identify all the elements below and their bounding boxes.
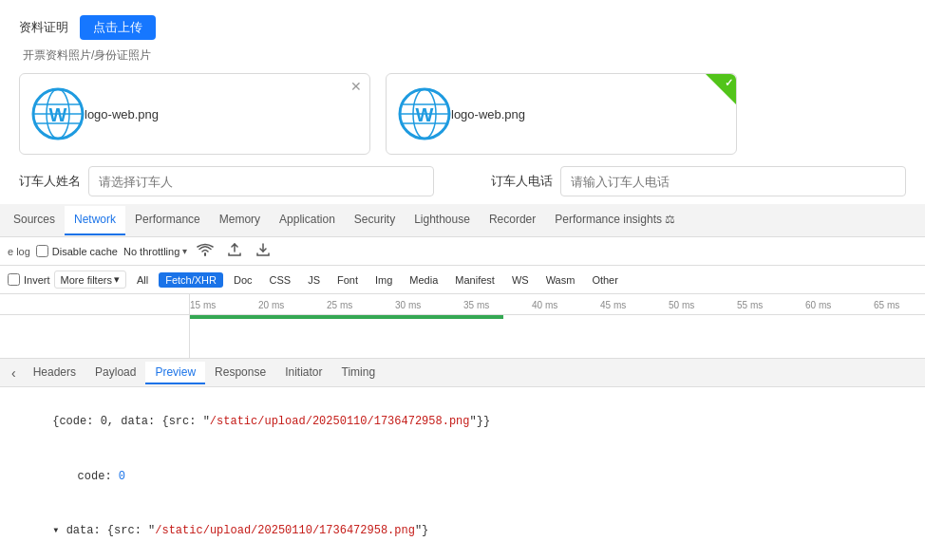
preview-line-2: code: 0 [23,450,914,505]
tab-lighthouse[interactable]: Lighthouse [405,206,480,235]
tab-response[interactable]: Response [205,362,275,384]
tab-initiator[interactable]: Initiator [275,362,331,384]
back-arrow-icon[interactable]: ‹ [4,362,24,384]
tab-performance[interactable]: Performance [125,206,210,235]
tick-2: 25 ms [327,299,352,309]
type-btn-img[interactable]: Img [368,272,399,288]
tab-network[interactable]: Network [65,206,125,235]
tick-5: 40 ms [532,299,557,309]
invert-checkbox-label[interactable]: Invert [8,273,50,286]
invert-label: Invert [24,274,50,286]
file-name-1: logo-web.png [85,107,159,121]
tick-1: 20 ms [258,299,284,309]
disable-cache-label[interactable]: Disable cache [36,245,118,257]
buyer-name-input[interactable] [88,166,434,196]
buyer-name-field: 订车人姓名 [19,166,434,196]
upload-icon[interactable] [223,240,246,262]
preview-line-3: ▾ data: {src: "/static/upload/20250110/1… [11,504,914,559]
request-timeline [190,315,925,358]
request-left [0,315,190,358]
invert-checkbox[interactable] [8,273,20,286]
close-icon[interactable]: ✕ [350,80,362,93]
type-btn-font[interactable]: Font [330,272,365,288]
tick-4: 35 ms [463,299,489,309]
network-toolbar: e log Disable cache No throttling ▾ [0,237,925,266]
buyer-phone-field: 订车人电话 [491,166,906,196]
logo-image-1: W [31,87,85,140]
tab-recorder[interactable]: Recorder [480,206,545,235]
upload-button[interactable]: 点击上传 [80,15,156,40]
logo-image-2: W [398,87,451,140]
tab-performance-insights[interactable]: Performance insights ⚖ [545,206,685,235]
devtools-tabbar: Sources Network Performance Memory Appli… [0,204,925,237]
success-badge [706,74,736,104]
bottom-tabbar: ‹ Headers Payload Preview Response Initi… [0,359,925,387]
buyer-name-label: 订车人姓名 [19,173,81,190]
type-btn-media[interactable]: Media [403,272,444,288]
tick-0: 15 ms [190,299,216,309]
credentials-label: 资料证明 [19,19,68,36]
upload-card-2: W logo-web.png [386,73,737,155]
buyer-phone-input[interactable] [560,166,906,196]
wifi-icon [197,243,214,259]
type-btn-css[interactable]: CSS [263,272,298,288]
tab-payload[interactable]: Payload [85,362,145,384]
type-btn-ws[interactable]: WS [505,272,536,288]
top-area: 资料证明 点击上传 开票资料照片/身份证照片 ✕ W logo-web.png [0,0,925,204]
tab-sources[interactable]: Sources [4,206,65,235]
chevron-down-icon-filters: ▾ [114,273,120,286]
tick-9: 60 ms [805,299,831,309]
buyer-phone-label: 订车人电话 [491,173,553,190]
svg-text:W: W [416,104,434,125]
tab-application[interactable]: Application [270,206,345,235]
tick-7: 50 ms [669,299,694,309]
tick-10: 65 ms [874,299,899,309]
upload-card-1: ✕ W logo-web.png [19,73,370,155]
type-btn-manifest[interactable]: Manifest [448,272,501,288]
filter-bar: Invert More filters ▾ All Fetch/XHR Doc … [0,266,925,294]
timeline-bar [190,315,503,319]
preview-line-1: {code: 0, data: {src: "/static/upload/20… [11,395,914,450]
file-name-2: logo-web.png [451,107,525,121]
tab-security[interactable]: Security [345,206,405,235]
preview-content: {code: 0, data: {src: "/static/upload/20… [0,387,925,560]
throttle-wrapper: No throttling ▾ [123,246,187,257]
ruler-spacer [0,294,190,314]
tab-headers[interactable]: Headers [24,362,85,384]
disable-cache-checkbox[interactable] [36,245,48,257]
tab-memory[interactable]: Memory [210,206,270,235]
type-btn-fetchxhr[interactable]: Fetch/XHR [159,272,223,288]
type-btn-other[interactable]: Other [585,272,625,288]
type-btn-wasm[interactable]: Wasm [539,272,582,288]
timeline-ruler: 15 ms 20 ms 25 ms 30 ms 35 ms 40 ms 45 m… [0,294,925,315]
type-btn-doc[interactable]: Doc [227,272,259,288]
log-text: e log [8,246,30,257]
throttle-select[interactable]: No throttling [123,246,180,257]
bottom-panel: ‹ Headers Payload Preview Response Initi… [0,359,925,560]
ruler-ticks: 15 ms 20 ms 25 ms 30 ms 35 ms 40 ms 45 m… [190,294,925,314]
type-btn-js[interactable]: JS [301,272,327,288]
sub-label: 开票资料照片/身份证照片 [23,47,906,64]
request-area [0,315,925,359]
upload-cards-row: ✕ W logo-web.png [19,73,906,155]
credentials-row: 资料证明 点击上传 [19,15,906,40]
type-btn-all[interactable]: All [130,272,155,288]
svg-text:W: W [49,104,67,125]
more-filters-button[interactable]: More filters ▾ [54,271,126,289]
tick-6: 45 ms [600,299,626,309]
chevron-down-icon: ▾ [182,246,187,256]
tick-8: 55 ms [737,299,763,309]
tick-3: 30 ms [395,299,421,309]
tab-preview[interactable]: Preview [145,362,205,384]
form-row: 订车人姓名 订车人电话 [19,166,906,196]
download-icon[interactable] [252,240,274,262]
tab-timing[interactable]: Timing [332,362,386,384]
